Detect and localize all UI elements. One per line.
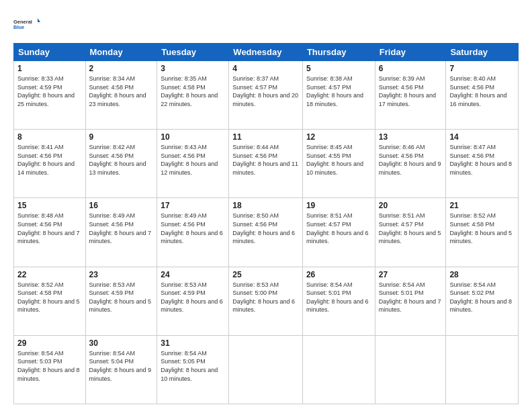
- cell-content: Sunrise: 8:54 AMSunset: 5:02 PMDaylight:…: [449, 281, 512, 314]
- day-number: 25: [232, 270, 299, 279]
- day-number: 1: [17, 64, 82, 73]
- col-saturday: Saturday: [446, 44, 519, 61]
- day-number: 23: [89, 270, 154, 279]
- cell-content: Sunrise: 8:44 AMSunset: 4:56 PMDaylight:…: [232, 144, 298, 176]
- calendar-week-1: 1Sunrise: 8:33 AMSunset: 4:59 PMDaylight…: [14, 61, 519, 130]
- day-number: 29: [17, 338, 82, 348]
- day-number: 21: [449, 201, 515, 210]
- cell-content: Sunrise: 8:42 AMSunset: 4:56 PMDaylight:…: [89, 144, 146, 176]
- day-number: 12: [306, 132, 371, 142]
- table-row: 20 Sunrise: 8:51 AMSunset: 4:57 PMDaylig…: [375, 198, 446, 267]
- cell-content: Sunrise: 8:49 AMSunset: 4:56 PMDaylight:…: [89, 212, 152, 244]
- cell-content: Sunrise: 8:49 AMSunset: 4:56 PMDaylight:…: [161, 212, 223, 244]
- header-row: Sunday Monday Tuesday Wednesday Thursday…: [14, 44, 519, 61]
- table-row: 13 Sunrise: 8:46 AMSunset: 4:56 PMDaylig…: [375, 130, 446, 198]
- calendar-week-2: 8 Sunrise: 8:41 AMSunset: 4:56 PMDayligh…: [14, 130, 519, 198]
- day-number: 17: [161, 201, 225, 210]
- logo-svg: General Blue: [13, 12, 40, 36]
- cell-content: Sunrise: 8:46 AMSunset: 4:56 PMDaylight:…: [379, 144, 441, 176]
- cell-content: Sunrise: 8:54 AMSunset: 5:01 PMDaylight:…: [306, 281, 369, 314]
- cell-content: Sunrise: 8:41 AMSunset: 4:56 PMDaylight:…: [17, 144, 75, 176]
- day-number: 31: [161, 338, 225, 348]
- day-number: 5: [306, 64, 371, 73]
- table-row: 5 Sunrise: 8:38 AMSunset: 4:57 PMDayligh…: [302, 61, 375, 130]
- day-number: 4: [232, 64, 299, 73]
- day-number: 19: [306, 201, 371, 210]
- table-row: 2 Sunrise: 8:34 AMSunset: 4:58 PMDayligh…: [85, 61, 157, 130]
- col-friday: Friday: [375, 44, 446, 61]
- table-row: 24 Sunrise: 8:53 AMSunset: 4:59 PMDaylig…: [157, 267, 229, 335]
- calendar-week-4: 22 Sunrise: 8:52 AMSunset: 4:58 PMDaylig…: [14, 267, 519, 335]
- logo: General Blue: [13, 12, 40, 36]
- day-number: 30: [89, 338, 154, 348]
- cell-content: Sunrise: 8:47 AMSunset: 4:56 PMDaylight:…: [449, 144, 512, 176]
- cell-content: Sunrise: 8:54 AMSunset: 5:01 PMDaylight:…: [379, 281, 441, 314]
- table-row: 6 Sunrise: 8:39 AMSunset: 4:56 PMDayligh…: [375, 61, 446, 130]
- empty-cell: [375, 335, 446, 404]
- col-monday: Monday: [85, 44, 157, 61]
- col-thursday: Thursday: [302, 44, 375, 61]
- table-row: 7 Sunrise: 8:40 AMSunset: 4:56 PMDayligh…: [446, 61, 519, 130]
- cell-content: Sunrise: 8:54 AMSunset: 5:04 PMDaylight:…: [89, 350, 152, 382]
- col-tuesday: Tuesday: [157, 44, 229, 61]
- cell-content: Sunrise: 8:54 AMSunset: 5:05 PMDaylight:…: [161, 350, 218, 382]
- table-row: 14 Sunrise: 8:47 AMSunset: 4:56 PMDaylig…: [446, 130, 519, 198]
- day-number: 13: [379, 132, 443, 142]
- col-wednesday: Wednesday: [229, 44, 303, 61]
- day-number: 10: [161, 132, 225, 142]
- day-number: 9: [89, 132, 154, 142]
- table-row: 15 Sunrise: 8:48 AMSunset: 4:56 PMDaylig…: [14, 198, 86, 267]
- table-row: 28 Sunrise: 8:54 AMSunset: 5:02 PMDaylig…: [446, 267, 519, 335]
- empty-cell: [446, 335, 519, 404]
- table-row: 23 Sunrise: 8:53 AMSunset: 4:59 PMDaylig…: [85, 267, 157, 335]
- day-number: 15: [17, 201, 82, 210]
- table-row: 22 Sunrise: 8:52 AMSunset: 4:58 PMDaylig…: [14, 267, 86, 335]
- table-row: 29 Sunrise: 8:54 AMSunset: 5:03 PMDaylig…: [14, 335, 86, 404]
- svg-text:General: General: [13, 19, 32, 25]
- day-number: 26: [306, 270, 371, 279]
- table-row: 27 Sunrise: 8:54 AMSunset: 5:01 PMDaylig…: [375, 267, 446, 335]
- day-number: 20: [379, 201, 443, 210]
- day-number: 11: [232, 132, 299, 142]
- table-row: 21 Sunrise: 8:52 AMSunset: 4:58 PMDaylig…: [446, 198, 519, 267]
- day-number: 16: [89, 201, 154, 210]
- empty-cell: [302, 335, 375, 404]
- table-row: 3 Sunrise: 8:35 AMSunset: 4:58 PMDayligh…: [157, 61, 229, 130]
- day-number: 18: [232, 201, 299, 210]
- table-row: 25 Sunrise: 8:53 AMSunset: 5:00 PMDaylig…: [229, 267, 303, 335]
- col-sunday: Sunday: [14, 44, 86, 61]
- cell-content: Sunrise: 8:33 AMSunset: 4:59 PMDaylight:…: [17, 75, 75, 107]
- cell-content: Sunrise: 8:50 AMSunset: 4:56 PMDaylight:…: [232, 212, 295, 244]
- cell-content: Sunrise: 8:52 AMSunset: 4:58 PMDaylight:…: [449, 212, 512, 244]
- calendar-table: Sunday Monday Tuesday Wednesday Thursday…: [13, 43, 519, 404]
- cell-content: Sunrise: 8:53 AMSunset: 4:59 PMDaylight:…: [89, 281, 152, 314]
- cell-content: Sunrise: 8:45 AMSunset: 4:55 PMDaylight:…: [306, 144, 363, 176]
- cell-content: Sunrise: 8:43 AMSunset: 4:56 PMDaylight:…: [161, 144, 218, 176]
- svg-text:Blue: Blue: [13, 24, 24, 30]
- table-row: 31 Sunrise: 8:54 AMSunset: 5:05 PMDaylig…: [157, 335, 229, 404]
- cell-content: Sunrise: 8:53 AMSunset: 5:00 PMDaylight:…: [232, 281, 295, 314]
- cell-content: Sunrise: 8:37 AMSunset: 4:57 PMDaylight:…: [232, 75, 298, 107]
- cell-content: Sunrise: 8:34 AMSunset: 4:58 PMDaylight:…: [89, 75, 146, 107]
- table-row: 18 Sunrise: 8:50 AMSunset: 4:56 PMDaylig…: [229, 198, 303, 267]
- calendar-page: General Blue Sunday Monday Tuesday Wedne…: [0, 0, 532, 411]
- day-number: 27: [379, 270, 443, 279]
- svg-marker-2: [38, 18, 40, 22]
- table-row: 30 Sunrise: 8:54 AMSunset: 5:04 PMDaylig…: [85, 335, 157, 404]
- day-number: 24: [161, 270, 225, 279]
- day-number: 7: [449, 64, 515, 73]
- day-number: 2: [89, 64, 154, 73]
- cell-content: Sunrise: 8:51 AMSunset: 4:57 PMDaylight:…: [379, 212, 441, 244]
- table-row: 16 Sunrise: 8:49 AMSunset: 4:56 PMDaylig…: [85, 198, 157, 267]
- cell-content: Sunrise: 8:52 AMSunset: 4:58 PMDaylight:…: [17, 281, 80, 314]
- table-row: 12 Sunrise: 8:45 AMSunset: 4:55 PMDaylig…: [302, 130, 375, 198]
- cell-content: Sunrise: 8:54 AMSunset: 5:03 PMDaylight:…: [17, 350, 80, 382]
- table-row: 17 Sunrise: 8:49 AMSunset: 4:56 PMDaylig…: [157, 198, 229, 267]
- day-number: 22: [17, 270, 82, 279]
- cell-content: Sunrise: 8:48 AMSunset: 4:56 PMDaylight:…: [17, 212, 80, 244]
- day-number: 8: [17, 132, 82, 142]
- cell-content: Sunrise: 8:38 AMSunset: 4:57 PMDaylight:…: [306, 75, 363, 107]
- cell-content: Sunrise: 8:53 AMSunset: 4:59 PMDaylight:…: [161, 281, 223, 314]
- table-row: 4 Sunrise: 8:37 AMSunset: 4:57 PMDayligh…: [229, 61, 303, 130]
- calendar-week-5: 29 Sunrise: 8:54 AMSunset: 5:03 PMDaylig…: [14, 335, 519, 404]
